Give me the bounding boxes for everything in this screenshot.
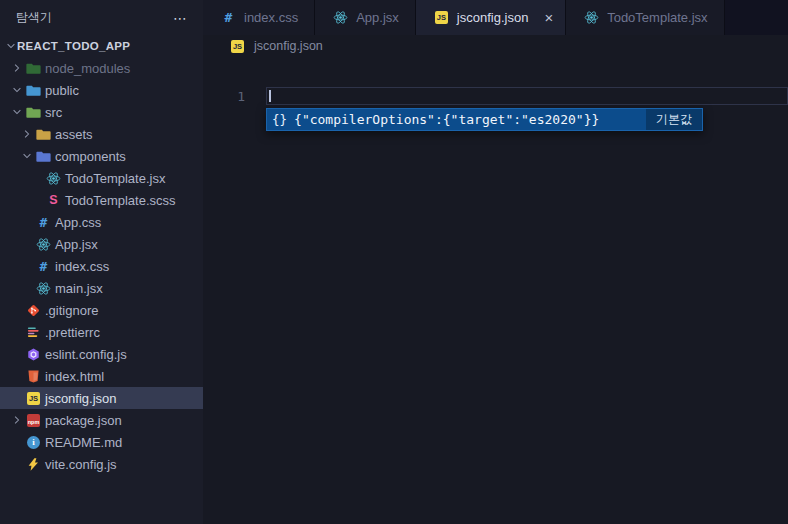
chevron-down-icon	[4, 40, 17, 52]
tree-item-index-html[interactable]: index.html	[0, 365, 203, 387]
close-icon[interactable]: ×	[542, 10, 555, 25]
file-label: TodoTemplate.jsx	[65, 171, 165, 186]
tab-todotemplate-jsx[interactable]: TodoTemplate.jsx	[566, 0, 724, 35]
tree-item-vite-config-js[interactable]: vite.config.js	[0, 453, 203, 475]
file-label: README.md	[45, 435, 122, 450]
text-cursor	[269, 90, 271, 102]
more-actions-icon[interactable]: ⋯	[173, 11, 189, 25]
file-label: App.jsx	[55, 237, 98, 252]
sass-icon: S	[44, 194, 63, 207]
tree-item--gitignore[interactable]: .gitignore	[0, 299, 203, 321]
explorer-header: 탐색기 ⋯	[0, 0, 203, 35]
project-name: REACT_TODO_APP	[17, 40, 130, 52]
file-label: .gitignore	[45, 303, 98, 318]
folder-components-icon	[34, 149, 53, 164]
chevron-right-icon	[10, 414, 24, 426]
tree-item-node-modules[interactable]: node_modules	[0, 57, 203, 79]
tree-item-todotemplate-scss[interactable]: STodoTemplate.scss	[0, 189, 203, 211]
jsbadge-icon: JS	[432, 11, 451, 24]
readme-icon: i	[24, 436, 43, 449]
file-label: public	[45, 83, 79, 98]
tree-item-assets[interactable]: assets	[0, 123, 203, 145]
tree-item-readme-md[interactable]: iREADME.md	[0, 431, 203, 453]
chevron-down-icon	[10, 84, 24, 96]
react-icon	[34, 281, 53, 296]
css-icon: #	[34, 260, 53, 273]
folder-public-icon	[24, 83, 43, 98]
breadcrumb[interactable]: JS jsconfig.json	[203, 35, 788, 57]
file-label: package.json	[45, 413, 122, 428]
react-icon	[582, 10, 601, 25]
tab-label: index.css	[244, 10, 298, 25]
line-number: 1	[203, 88, 245, 105]
tree-item-package-json[interactable]: npmpackage.json	[0, 409, 203, 431]
suggestion-text: {"compilerOptions":{"target":"es2020"}}	[294, 112, 599, 127]
npm-icon: npm	[24, 414, 43, 427]
folder-assets-icon	[34, 127, 53, 142]
vscode-window: 탐색기 ⋯ REACT_TODO_APP node_modulespublics…	[0, 0, 788, 524]
file-label: assets	[55, 127, 93, 142]
tree-item-app-jsx[interactable]: App.jsx	[0, 233, 203, 255]
chevron-down-icon	[10, 106, 24, 118]
tree-item-public[interactable]: public	[0, 79, 203, 101]
folder-src-icon	[24, 105, 43, 120]
tab-bar: #index.cssApp.jsxJSjsconfig.json×TodoTem…	[203, 0, 788, 35]
file-label: index.html	[45, 369, 104, 384]
tab-label: TodoTemplate.jsx	[607, 10, 707, 25]
tree-item-jsconfig-json[interactable]: JSjsconfig.json	[0, 387, 203, 409]
jsbadge-icon: JS	[24, 392, 43, 405]
chevron-right-icon	[20, 128, 34, 140]
explorer-sidebar: 탐색기 ⋯ REACT_TODO_APP node_modulespublics…	[0, 0, 203, 524]
tab-index-css[interactable]: #index.css	[203, 0, 315, 35]
file-tree: node_modulespublicsrcassetscomponentsTod…	[0, 57, 203, 524]
react-icon	[44, 171, 63, 186]
breadcrumb-file-label: jsconfig.json	[254, 39, 323, 53]
tree-item-components[interactable]: components	[0, 145, 203, 167]
react-icon	[34, 237, 53, 252]
tree-item-eslint-config-js[interactable]: eslint.config.js	[0, 343, 203, 365]
editor-group: #index.cssApp.jsxJSjsconfig.json×TodoTem…	[203, 0, 788, 524]
folder-node_modules-icon	[24, 61, 43, 76]
css-icon: #	[219, 11, 238, 24]
tree-item-main-jsx[interactable]: main.jsx	[0, 277, 203, 299]
chevron-right-icon	[10, 62, 24, 74]
tree-item-app-css[interactable]: #App.css	[0, 211, 203, 233]
tab-jsconfig-json[interactable]: JSjsconfig.json×	[416, 0, 566, 35]
file-label: main.jsx	[55, 281, 103, 296]
file-label: src	[45, 105, 62, 120]
tree-item--prettierrc[interactable]: .prettierrc	[0, 321, 203, 343]
file-label: .prettierrc	[45, 325, 100, 340]
file-label: jsconfig.json	[45, 391, 117, 406]
file-label: TodoTemplate.scss	[65, 193, 176, 208]
file-label: index.css	[55, 259, 109, 274]
jsconfig-file-icon: JS	[228, 40, 247, 53]
file-label: App.css	[55, 215, 101, 230]
file-label: eslint.config.js	[45, 347, 127, 362]
snippet-braces-icon: {}	[272, 112, 287, 127]
react-icon	[331, 10, 350, 25]
file-label: node_modules	[45, 61, 130, 76]
code-editor[interactable]: 1 {} {"compilerOptions":{"target":"es202…	[203, 57, 788, 524]
chevron-down-icon	[20, 150, 34, 162]
prettier-icon	[24, 325, 43, 340]
current-line-highlight	[266, 87, 788, 105]
suggestion-detail-label: 기본값	[646, 109, 702, 130]
eslint-icon	[24, 347, 43, 362]
tab-app-jsx[interactable]: App.jsx	[315, 0, 416, 35]
git-icon	[24, 303, 43, 318]
project-section-header[interactable]: REACT_TODO_APP	[0, 35, 203, 57]
html-icon	[24, 369, 43, 384]
tab-label: jsconfig.json	[457, 10, 529, 25]
css-icon: #	[34, 216, 53, 229]
explorer-title: 탐색기	[16, 9, 52, 26]
file-label: vite.config.js	[45, 457, 117, 472]
tab-label: App.jsx	[356, 10, 399, 25]
intellisense-suggestion[interactable]: {} {"compilerOptions":{"target":"es2020"…	[266, 108, 703, 131]
file-label: components	[55, 149, 126, 164]
tree-item-todotemplate-jsx[interactable]: TodoTemplate.jsx	[0, 167, 203, 189]
tree-item-index-css[interactable]: #index.css	[0, 255, 203, 277]
tree-item-src[interactable]: src	[0, 101, 203, 123]
vite-icon	[24, 457, 43, 472]
